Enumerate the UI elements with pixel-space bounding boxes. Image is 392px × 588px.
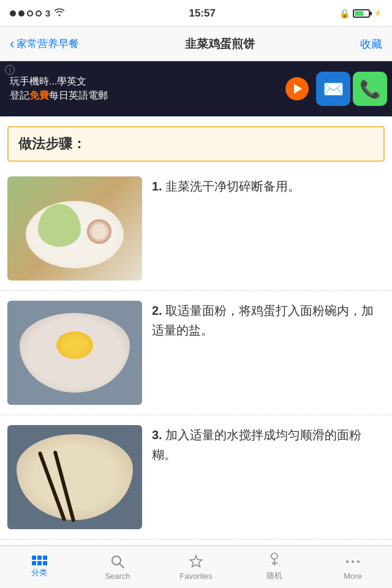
nav-bar: ‹ 家常营养早餐 韭菜鸡蛋煎饼 收藏 xyxy=(0,27,392,61)
ad-banner: i 玩手機時...學英文 登記免費每日英語電郵 ✉️ 📞 xyxy=(0,61,392,116)
carrier-number: 3 xyxy=(45,8,50,18)
battery xyxy=(353,9,370,18)
star-icon xyxy=(188,554,204,570)
tab-more[interactable]: More xyxy=(314,554,392,581)
ad-play-button[interactable] xyxy=(285,77,309,100)
step-2-content: 2. 取适量面粉，将鸡蛋打入面粉碗内，加适量的盐。 xyxy=(152,301,385,340)
content-area: 做法步骤： 1. 韭菜洗干净切碎断备用。 2. 取适量面粉，将鸡蛋打入面粉碗内，… xyxy=(0,116,392,545)
wifi-icon xyxy=(54,8,65,18)
page-title: 韭菜鸡蛋煎饼 xyxy=(84,36,355,52)
svg-point-5 xyxy=(352,560,354,563)
ad-icons: ✉️ 📞 xyxy=(316,72,387,106)
section-title: 做法步骤： xyxy=(18,136,86,151)
status-bar: 3 15:57 🔒 ⚡ xyxy=(0,0,392,27)
dot2 xyxy=(18,10,24,17)
step-2-text: 2. 取适量面粉，将鸡蛋打入面粉碗内，加适量的盐。 xyxy=(152,304,374,337)
collect-button[interactable]: 收藏 xyxy=(360,37,382,51)
step-2-image xyxy=(7,301,142,405)
tab-random-label: 随机 xyxy=(266,570,282,581)
tab-random[interactable]: 随机 xyxy=(235,552,314,581)
tab-more-label: More xyxy=(344,571,362,581)
step-1-text: 1. 韭菜洗干净切碎断备用。 xyxy=(152,179,300,193)
status-time: 15:57 xyxy=(189,7,215,20)
dot4 xyxy=(36,10,42,17)
step-3-content: 3. 加入适量的水搅拌成均匀顺滑的面粉糊。 xyxy=(152,425,385,464)
ad-line2-suffix: 每日英語電郵 xyxy=(49,90,108,100)
more-icon xyxy=(345,554,361,570)
tab-favorites-label: Favorites xyxy=(179,571,212,581)
step-3-number: 3. xyxy=(152,428,162,442)
play-icon xyxy=(294,84,302,94)
step-2: 2. 取适量面粉，将鸡蛋打入面粉碗内，加适量的盐。 xyxy=(0,291,392,415)
back-arrow-icon: ‹ xyxy=(10,37,14,51)
dot1 xyxy=(10,10,16,17)
svg-point-6 xyxy=(357,560,360,563)
step-3-image xyxy=(7,425,142,529)
svg-marker-2 xyxy=(190,556,202,567)
step-1-number: 1. xyxy=(152,179,162,193)
step-2-desc: 取适量面粉，将鸡蛋打入面粉碗内，加适量的盐。 xyxy=(152,304,374,337)
tab-bar: 分类 Search Favorites 随机 More xyxy=(0,545,392,588)
ad-line2-prefix: 登記 xyxy=(10,90,29,100)
lock-icon: 🔒 xyxy=(339,9,349,18)
section-header: 做法步骤： xyxy=(7,126,385,162)
step-1: 1. 韭菜洗干净切碎断备用。 xyxy=(0,167,392,291)
grid-icon xyxy=(32,556,47,565)
back-label: 家常营养早餐 xyxy=(17,37,79,51)
step-3-text: 3. 加入适量的水搅拌成均匀顺滑的面粉糊。 xyxy=(152,428,361,461)
svg-point-3 xyxy=(271,553,277,559)
ad-line1: 玩手機時...學英文 xyxy=(10,75,276,88)
status-right: 🔒 ⚡ xyxy=(339,9,382,18)
svg-line-1 xyxy=(120,564,124,568)
ad-text-area: 玩手機時...學英文 登記免費每日英語電郵 xyxy=(0,69,285,108)
charging-icon: ⚡ xyxy=(374,9,382,17)
step-1-desc: 韭菜洗干净切碎断备用。 xyxy=(165,179,300,193)
ad-free-text: 免費 xyxy=(29,90,49,100)
tab-search[interactable]: Search xyxy=(78,554,157,581)
back-button[interactable]: ‹ 家常营养早餐 xyxy=(10,37,79,51)
svg-point-4 xyxy=(346,560,349,563)
step-3: 3. 加入适量的水搅拌成均匀顺滑的面粉糊。 xyxy=(0,415,392,540)
ad-info-icon: i xyxy=(5,65,15,75)
step-1-image xyxy=(7,176,142,281)
ad-line2: 登記免費每日英語電郵 xyxy=(10,89,276,102)
tab-search-label: Search xyxy=(105,571,130,581)
step-3-desc: 加入适量的水搅拌成均匀顺滑的面粉糊。 xyxy=(152,428,361,461)
random-icon xyxy=(266,552,282,568)
phone-icon: 📞 xyxy=(353,72,387,106)
status-left: 3 xyxy=(10,8,65,18)
tab-categories[interactable]: 分类 xyxy=(0,556,78,578)
tab-favorites[interactable]: Favorites xyxy=(157,554,235,581)
search-icon xyxy=(110,554,126,570)
step-2-number: 2. xyxy=(152,304,162,317)
step-1-content: 1. 韭菜洗干净切碎断备用。 xyxy=(152,176,385,196)
mail-icon: ✉️ xyxy=(316,72,350,106)
signal-dots xyxy=(10,10,42,17)
step-4: 4. 将切碎的韭菜放入搅拌好的 xyxy=(0,540,392,545)
dot3 xyxy=(27,10,33,17)
tab-categories-label: 分类 xyxy=(31,567,47,578)
